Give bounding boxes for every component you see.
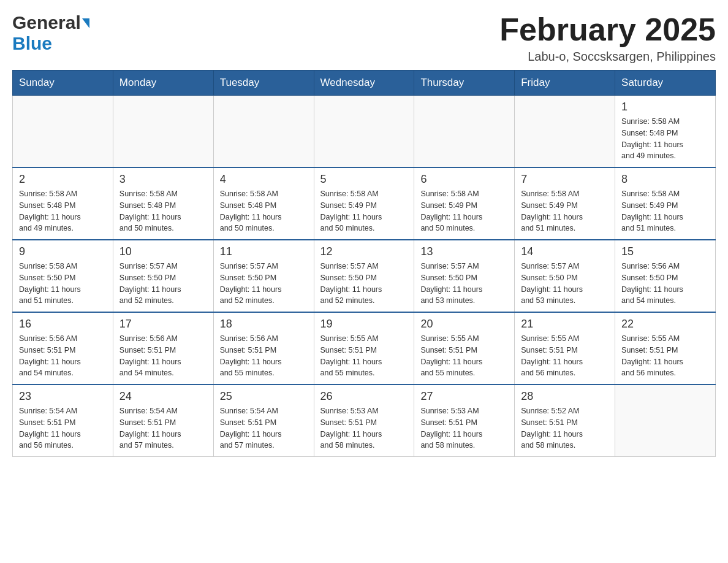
table-row <box>615 385 716 457</box>
table-row: 28Sunrise: 5:52 AM Sunset: 5:51 PM Dayli… <box>515 385 615 457</box>
table-row: 8Sunrise: 5:58 AM Sunset: 5:49 PM Daylig… <box>615 167 716 240</box>
day-info: Sunrise: 5:57 AM Sunset: 5:50 PM Dayligh… <box>320 261 408 307</box>
table-row: 16Sunrise: 5:56 AM Sunset: 5:51 PM Dayli… <box>13 312 113 385</box>
table-row: 22Sunrise: 5:55 AM Sunset: 5:51 PM Dayli… <box>615 312 716 385</box>
table-row: 18Sunrise: 5:56 AM Sunset: 5:51 PM Dayli… <box>213 312 314 385</box>
day-number: 19 <box>320 318 408 331</box>
table-row: 6Sunrise: 5:58 AM Sunset: 5:49 PM Daylig… <box>414 167 515 240</box>
header-friday: Friday <box>515 71 615 96</box>
weekday-header-row: Sunday Monday Tuesday Wednesday Thursday… <box>13 71 716 96</box>
title-section: February 2025 Labu-o, Soccsksargen, Phil… <box>499 12 716 64</box>
day-info: Sunrise: 5:54 AM Sunset: 5:51 PM Dayligh… <box>119 405 207 451</box>
day-info: Sunrise: 5:57 AM Sunset: 5:50 PM Dayligh… <box>220 261 308 307</box>
day-number: 6 <box>420 173 508 186</box>
day-info: Sunrise: 5:58 AM Sunset: 5:48 PM Dayligh… <box>119 188 207 234</box>
header-sunday: Sunday <box>13 71 113 96</box>
logo-general-text: General <box>12 12 81 33</box>
day-info: Sunrise: 5:58 AM Sunset: 5:48 PM Dayligh… <box>621 116 709 162</box>
day-info: Sunrise: 5:52 AM Sunset: 5:51 PM Dayligh… <box>521 405 609 451</box>
day-number: 26 <box>320 390 408 403</box>
day-number: 28 <box>521 390 609 403</box>
table-row: 26Sunrise: 5:53 AM Sunset: 5:51 PM Dayli… <box>314 385 414 457</box>
logo-arrow-icon <box>82 18 89 28</box>
day-number: 4 <box>220 173 308 186</box>
header-thursday: Thursday <box>414 71 515 96</box>
day-info: Sunrise: 5:54 AM Sunset: 5:51 PM Dayligh… <box>220 405 308 451</box>
table-row: 5Sunrise: 5:58 AM Sunset: 5:49 PM Daylig… <box>314 167 414 240</box>
day-info: Sunrise: 5:58 AM Sunset: 5:49 PM Dayligh… <box>320 188 408 234</box>
day-number: 16 <box>19 318 107 331</box>
table-row: 4Sunrise: 5:58 AM Sunset: 5:48 PM Daylig… <box>213 167 314 240</box>
day-number: 23 <box>19 390 107 403</box>
day-number: 1 <box>621 101 709 113</box>
month-title: February 2025 <box>499 12 716 47</box>
day-info: Sunrise: 5:58 AM Sunset: 5:48 PM Dayligh… <box>220 188 308 234</box>
table-row: 3Sunrise: 5:58 AM Sunset: 5:48 PM Daylig… <box>113 167 213 240</box>
day-number: 5 <box>320 173 408 186</box>
day-info: Sunrise: 5:57 AM Sunset: 5:50 PM Dayligh… <box>420 261 508 307</box>
week-row-5: 23Sunrise: 5:54 AM Sunset: 5:51 PM Dayli… <box>13 385 716 457</box>
calendar-table: Sunday Monday Tuesday Wednesday Thursday… <box>12 70 716 457</box>
table-row <box>414 96 515 168</box>
table-row: 12Sunrise: 5:57 AM Sunset: 5:50 PM Dayli… <box>314 240 414 312</box>
header-wednesday: Wednesday <box>314 71 414 96</box>
day-info: Sunrise: 5:56 AM Sunset: 5:51 PM Dayligh… <box>119 333 207 379</box>
day-info: Sunrise: 5:53 AM Sunset: 5:51 PM Dayligh… <box>420 405 508 451</box>
table-row: 19Sunrise: 5:55 AM Sunset: 5:51 PM Dayli… <box>314 312 414 385</box>
day-info: Sunrise: 5:57 AM Sunset: 5:50 PM Dayligh… <box>521 261 609 307</box>
day-number: 10 <box>119 245 207 258</box>
day-number: 21 <box>521 318 609 331</box>
table-row: 17Sunrise: 5:56 AM Sunset: 5:51 PM Dayli… <box>113 312 213 385</box>
day-info: Sunrise: 5:55 AM Sunset: 5:51 PM Dayligh… <box>521 333 609 379</box>
day-number: 17 <box>119 318 207 331</box>
day-number: 14 <box>521 245 609 258</box>
table-row: 9Sunrise: 5:58 AM Sunset: 5:50 PM Daylig… <box>13 240 113 312</box>
day-number: 11 <box>220 245 308 258</box>
table-row <box>213 96 314 168</box>
table-row <box>13 96 113 168</box>
day-info: Sunrise: 5:58 AM Sunset: 5:50 PM Dayligh… <box>19 261 107 307</box>
day-number: 22 <box>621 318 709 331</box>
day-number: 9 <box>19 245 107 258</box>
day-info: Sunrise: 5:58 AM Sunset: 5:49 PM Dayligh… <box>621 188 709 234</box>
table-row: 15Sunrise: 5:56 AM Sunset: 5:50 PM Dayli… <box>615 240 716 312</box>
day-number: 20 <box>420 318 508 331</box>
table-row: 25Sunrise: 5:54 AM Sunset: 5:51 PM Dayli… <box>213 385 314 457</box>
day-info: Sunrise: 5:58 AM Sunset: 5:49 PM Dayligh… <box>420 188 508 234</box>
table-row: 13Sunrise: 5:57 AM Sunset: 5:50 PM Dayli… <box>414 240 515 312</box>
day-number: 2 <box>19 173 107 186</box>
table-row: 7Sunrise: 5:58 AM Sunset: 5:49 PM Daylig… <box>515 167 615 240</box>
day-number: 15 <box>621 245 709 258</box>
table-row: 27Sunrise: 5:53 AM Sunset: 5:51 PM Dayli… <box>414 385 515 457</box>
table-row: 21Sunrise: 5:55 AM Sunset: 5:51 PM Dayli… <box>515 312 615 385</box>
table-row <box>314 96 414 168</box>
day-number: 18 <box>220 318 308 331</box>
day-number: 12 <box>320 245 408 258</box>
day-number: 13 <box>420 245 508 258</box>
day-number: 8 <box>621 173 709 186</box>
page-header: General Blue February 2025 Labu-o, Soccs… <box>12 12 716 64</box>
day-number: 7 <box>521 173 609 186</box>
table-row: 24Sunrise: 5:54 AM Sunset: 5:51 PM Dayli… <box>113 385 213 457</box>
day-info: Sunrise: 5:56 AM Sunset: 5:51 PM Dayligh… <box>19 333 107 379</box>
week-row-1: 1Sunrise: 5:58 AM Sunset: 5:48 PM Daylig… <box>13 96 716 168</box>
day-info: Sunrise: 5:55 AM Sunset: 5:51 PM Dayligh… <box>320 333 408 379</box>
day-info: Sunrise: 5:55 AM Sunset: 5:51 PM Dayligh… <box>420 333 508 379</box>
week-row-4: 16Sunrise: 5:56 AM Sunset: 5:51 PM Dayli… <box>13 312 716 385</box>
day-info: Sunrise: 5:55 AM Sunset: 5:51 PM Dayligh… <box>621 333 709 379</box>
day-info: Sunrise: 5:54 AM Sunset: 5:51 PM Dayligh… <box>19 405 107 451</box>
header-tuesday: Tuesday <box>213 71 314 96</box>
day-info: Sunrise: 5:56 AM Sunset: 5:50 PM Dayligh… <box>621 261 709 307</box>
table-row <box>515 96 615 168</box>
table-row: 14Sunrise: 5:57 AM Sunset: 5:50 PM Dayli… <box>515 240 615 312</box>
day-info: Sunrise: 5:56 AM Sunset: 5:51 PM Dayligh… <box>220 333 308 379</box>
logo-blue-text: Blue <box>12 33 52 53</box>
table-row: 1Sunrise: 5:58 AM Sunset: 5:48 PM Daylig… <box>615 96 716 168</box>
header-monday: Monday <box>113 71 213 96</box>
table-row: 11Sunrise: 5:57 AM Sunset: 5:50 PM Dayli… <box>213 240 314 312</box>
day-number: 3 <box>119 173 207 186</box>
day-info: Sunrise: 5:58 AM Sunset: 5:48 PM Dayligh… <box>19 188 107 234</box>
day-info: Sunrise: 5:53 AM Sunset: 5:51 PM Dayligh… <box>320 405 408 451</box>
table-row: 20Sunrise: 5:55 AM Sunset: 5:51 PM Dayli… <box>414 312 515 385</box>
logo: General Blue <box>12 12 89 54</box>
